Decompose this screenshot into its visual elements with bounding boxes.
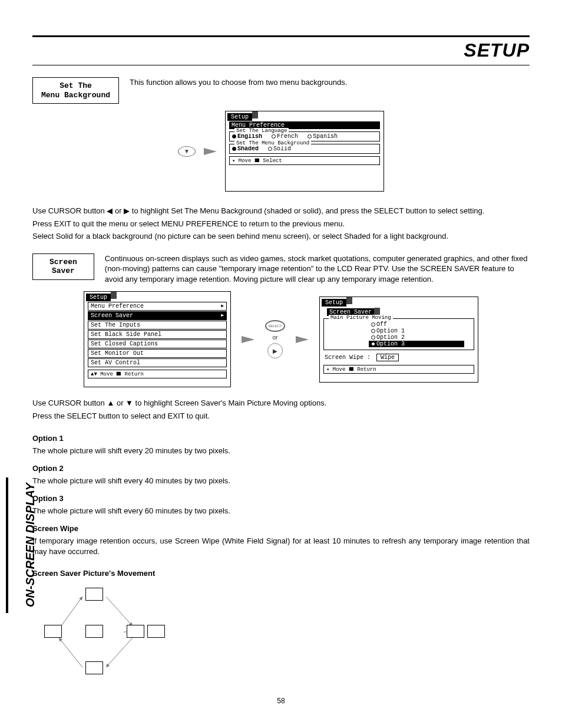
arrow-right-icon xyxy=(204,148,217,155)
page-title: SETUP xyxy=(32,39,530,61)
section-screen-saver: Screen Saver Continuous on-screen displa… xyxy=(32,253,530,285)
osd-setup-tab: Setup xyxy=(227,113,252,121)
menu-item-inputs: Set The Inputs xyxy=(88,321,227,330)
thin-rule xyxy=(32,65,530,65)
box-label-menu-bg: Set The Menu Background xyxy=(32,77,119,104)
opt2-text: The whole picture will shift every 40 mi… xyxy=(32,476,530,486)
osd-setup-menu: Setup Menu Preference▶ Screen Saver▶ Set… xyxy=(84,291,231,387)
figure-screen-saver: Setup Menu Preference▶ Screen Saver▶ Set… xyxy=(32,291,530,387)
select-button-icon: SELECT xyxy=(265,320,285,332)
osd3-setup-tab: Setup xyxy=(322,299,346,307)
para-s1-2: Press EXIT to quit the menu or select ME… xyxy=(32,219,530,229)
section-menu-background: Set The Menu Background This function al… xyxy=(32,77,530,104)
para-s1-1: Use CURSOR button ◀ or ▶ to highlight Se… xyxy=(32,206,530,216)
bg-opt-solid: Solid xyxy=(268,146,291,152)
mv-box-bottom xyxy=(85,661,103,674)
opt1-heading: Option 1 xyxy=(32,433,530,444)
mpm-opt-2: Option 2 xyxy=(371,334,464,341)
osd-footer: ✦ Move ⯀ Select xyxy=(229,156,380,165)
osd-screensaver-options: Setup Screen Saver Main Picture Moving O… xyxy=(319,297,478,383)
top-rule xyxy=(32,35,530,37)
osd2-footer: ▲▼ Move ⯀ Return xyxy=(88,370,227,378)
or-text: or xyxy=(273,334,278,341)
tab-spacer xyxy=(252,111,258,118)
tab-spacer4 xyxy=(374,308,380,315)
menu-item-pref: Menu Preference▶ xyxy=(88,302,227,311)
mv-box-top xyxy=(85,588,103,601)
mv-box-right2 xyxy=(147,625,165,638)
mv-box-left xyxy=(44,625,62,638)
screen-wipe-row: Screen Wipe : Wipe xyxy=(325,354,473,361)
para-s2-1: Use CURSOR button ▲ or ▼ to highlight Sc… xyxy=(32,398,530,409)
mv-box-right1 xyxy=(127,625,144,638)
menu-item-av-control: Set AV Control xyxy=(88,358,227,367)
select-or-cursor: SELECT or ▶ xyxy=(265,320,285,358)
side-bar xyxy=(6,477,8,613)
box-label-screen-saver: Screen Saver xyxy=(32,253,94,280)
menu-item-screensaver: Screen Saver▶ xyxy=(88,311,227,320)
movement-heading: Screen Saver Picture's Movement xyxy=(32,568,530,579)
opt2-heading: Option 2 xyxy=(32,463,530,474)
menu-item-cc: Set Closed Captions xyxy=(88,340,227,348)
svg-line-3 xyxy=(106,638,133,667)
down-button-icon: ▼ xyxy=(178,146,196,157)
wipe-text: If temporary image retention occurs, use… xyxy=(32,536,530,556)
wipe-value-box: Wipe xyxy=(376,354,399,361)
para-s2-2: Press the SELECT button to select and EX… xyxy=(32,411,530,421)
opt3-heading: Option 3 xyxy=(32,493,530,504)
desc-screen-saver: Continuous on-screen displays such as vi… xyxy=(105,253,530,285)
osd-mpm-group: Main Picture Moving Off Option 1 Option … xyxy=(323,318,474,350)
lang-opt-french: French xyxy=(272,133,298,140)
side-label: ON-SCREEN DISPLAY xyxy=(24,483,37,607)
mpm-opt-3: Option 3 xyxy=(369,341,464,347)
tab-spacer3 xyxy=(346,297,352,304)
osd3-footer: ✦ Move ⯀ Return xyxy=(323,365,474,374)
osd-menu-preference: Setup Menu Preference Set The Language E… xyxy=(225,111,384,192)
bg-legend: Set The Menu Background xyxy=(234,140,311,146)
lang-opt-english: English xyxy=(232,133,262,140)
lang-legend: Set The Language xyxy=(234,128,289,134)
svg-line-1 xyxy=(106,597,133,626)
osd-bg-group: Set The Menu Background Shaded Solid xyxy=(229,144,380,154)
mpm-legend: Main Picture Moving xyxy=(329,315,393,321)
mpm-opt-off: Off xyxy=(371,321,464,328)
menu-item-black-side: Set Black Side Panel xyxy=(88,330,227,339)
tab-spacer2 xyxy=(111,292,117,299)
opt3-text: The whole picture will shift every 60 mi… xyxy=(32,506,530,516)
lang-opt-spanish: Spanish xyxy=(308,133,338,140)
arrow-right-icon-2 xyxy=(242,336,254,343)
cursor-right-icon: ▶ xyxy=(267,343,283,358)
mpm-opt-1: Option 1 xyxy=(371,328,464,334)
opt1-text: The whole picture will shift every 20 mi… xyxy=(32,446,530,456)
menu-item-monitor-out: Set Monitor Out xyxy=(88,349,227,358)
bg-opt-shaded: Shaded xyxy=(232,146,259,152)
para-s1-3: Select Solid for a black background (no … xyxy=(32,231,530,242)
svg-line-4 xyxy=(59,638,82,667)
page-number: 58 xyxy=(32,697,530,705)
arrow-right-icon-3 xyxy=(296,336,309,343)
figure-menu-background: ▼ Setup Menu Preference Set The Language… xyxy=(32,111,530,192)
wipe-heading: Screen Wipe xyxy=(32,523,530,534)
osd2-setup-tab: Setup xyxy=(86,294,111,301)
svg-line-0 xyxy=(59,597,82,629)
desc-menu-bg: This function allows you to choose from … xyxy=(130,77,530,88)
mv-box-center xyxy=(85,625,103,638)
movement-diagram xyxy=(38,585,168,679)
